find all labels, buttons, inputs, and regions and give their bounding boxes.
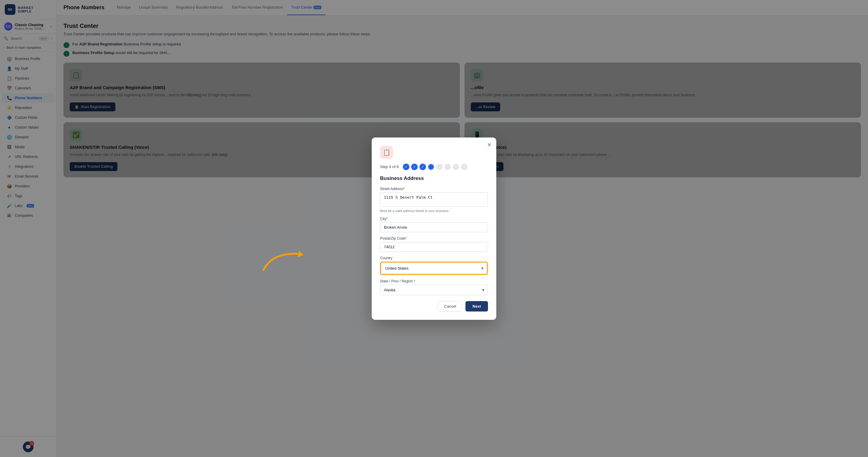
- postal-label: Postal/Zip Code*: [380, 236, 488, 240]
- state-select-wrap: Alaska Alabama Arizona Arkansas Californ…: [380, 285, 488, 295]
- city-label: City*: [380, 217, 488, 221]
- postal-group: Postal/Zip Code*: [380, 236, 488, 252]
- postal-input[interactable]: [380, 242, 488, 252]
- street-address-input[interactable]: 1115 S Desert Palm Ct: [380, 193, 488, 207]
- step-dot-6: [444, 164, 451, 170]
- modal-actions: Cancel Next: [380, 301, 488, 312]
- next-button[interactable]: Next: [465, 301, 488, 312]
- step-dot-3: ✓: [420, 164, 426, 170]
- modal-close-button[interactable]: ✕: [487, 142, 492, 148]
- modal-title: Business Address: [380, 175, 488, 181]
- state-label: State / Prov / Region *: [380, 279, 488, 283]
- state-select[interactable]: Alaska Alabama Arizona Arkansas Californ…: [380, 285, 488, 295]
- state-group: State / Prov / Region * Alaska Alabama A…: [380, 279, 488, 295]
- street-address-label: Street Address*: [380, 187, 488, 191]
- modal-icon: 📋: [380, 146, 393, 159]
- step-dot-8: [461, 164, 467, 170]
- step-label: Step 4 of 8: [380, 165, 399, 169]
- country-group: Country United States Canada United King…: [380, 256, 488, 275]
- arrow-annotation: [260, 229, 320, 276]
- country-select-wrap: United States Canada United Kingdom Aust…: [380, 262, 488, 275]
- step-dot-4: [428, 164, 434, 170]
- step-dot-5: [436, 164, 443, 170]
- modal-overlay: ✕ 📋 Step 4 of 8 ✓ ✓ ✓ Business Address S…: [0, 0, 868, 457]
- street-address-group: Street Address* 1115 S Desert Palm Ct Mu…: [380, 187, 488, 212]
- svg-marker-0: [298, 251, 304, 257]
- step-dot-1: ✓: [403, 164, 409, 170]
- city-group: City*: [380, 217, 488, 232]
- country-select[interactable]: United States Canada United Kingdom Aust…: [381, 263, 487, 274]
- step-indicator: Step 4 of 8 ✓ ✓ ✓: [380, 164, 488, 170]
- country-label: Country: [380, 256, 488, 260]
- modal-dialog: ✕ 📋 Step 4 of 8 ✓ ✓ ✓ Business Address S…: [372, 138, 496, 320]
- step-dot-2: ✓: [411, 164, 418, 170]
- city-input[interactable]: [380, 222, 488, 232]
- street-address-hint: Must be a valid address linked to your b…: [380, 209, 488, 212]
- cancel-button[interactable]: Cancel: [438, 301, 462, 312]
- step-dot-7: [453, 164, 459, 170]
